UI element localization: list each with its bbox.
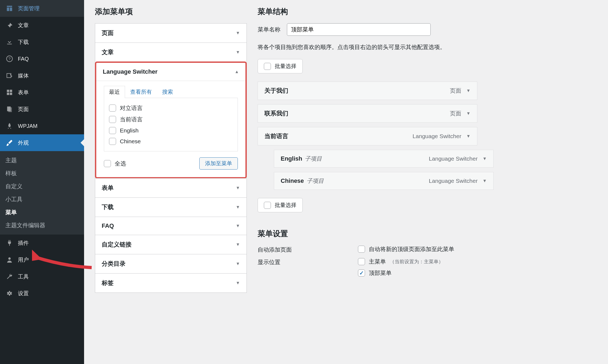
brush-icon — [5, 139, 14, 147]
panel-header-6[interactable]: 自定义链接▼ — [95, 235, 247, 254]
lang-item-checkbox[interactable] — [109, 116, 116, 123]
location-checkbox-0[interactable] — [358, 258, 365, 265]
menu-item-1[interactable]: 联系我们页面▼ — [258, 104, 477, 123]
page-icon — [5, 105, 14, 113]
svg-point-6 — [10, 74, 11, 75]
sidebar-item-6[interactable]: 页面 — [0, 101, 84, 118]
location-checkbox-1[interactable] — [358, 269, 365, 277]
sidebar-item-2[interactable]: 下载 — [0, 34, 84, 50]
sidebar-sub-菜单[interactable]: 菜单 — [0, 206, 84, 219]
svg-text:?: ? — [8, 56, 11, 61]
menu-item-0[interactable]: 关于我们页面▼ — [258, 82, 477, 100]
sidebar-item-9[interactable]: 插件 — [0, 235, 84, 251]
sidebar-sub-自定义[interactable]: 自定义 — [0, 180, 84, 193]
chevron-down-icon: ▼ — [236, 261, 240, 266]
sidebar-submenu: 主题样板自定义小工具菜单主题文件编辑器 — [0, 151, 84, 235]
admin-sidebar: 页面管理文章下载?FAQ媒体表单页面WPJAM外观主题样板自定义小工具菜单主题文… — [0, 0, 84, 364]
chevron-down-icon: ▼ — [236, 31, 240, 35]
add-to-menu-button[interactable]: 添加至菜单 — [199, 157, 238, 170]
menu-name-input[interactable] — [287, 23, 431, 36]
layout-icon — [5, 4, 14, 12]
tab-查看所有[interactable]: 查看所有 — [125, 86, 157, 98]
chevron-down-icon[interactable]: ▼ — [482, 178, 487, 183]
sidebar-item-8[interactable]: 外观 — [0, 134, 84, 151]
bulk-select-checkbox-top[interactable] — [264, 63, 271, 70]
chevron-down-icon[interactable]: ▼ — [466, 88, 471, 93]
chevron-down-icon[interactable]: ▼ — [466, 134, 471, 139]
sidebar-item-5[interactable]: 表单 — [0, 84, 84, 101]
svg-rect-9 — [10, 90, 12, 92]
grid-icon — [5, 88, 14, 96]
bulk-select-top[interactable]: 批量选择 — [258, 59, 303, 73]
user-icon — [5, 256, 14, 264]
panel-header-language-switcher[interactable]: Language Switcher▲ — [96, 63, 245, 81]
download-icon — [5, 38, 14, 46]
sidebar-item-0[interactable]: 页面管理 — [0, 0, 84, 17]
chevron-down-icon: ▼ — [236, 186, 240, 190]
lang-item[interactable]: 当前语言 — [109, 114, 233, 125]
lang-tabs: 最近查看所有搜索 — [104, 86, 238, 98]
chevron-down-icon[interactable]: ▼ — [482, 156, 487, 161]
tab-搜索[interactable]: 搜索 — [157, 86, 178, 98]
auto-add-label: 自动添加页面 — [258, 245, 358, 253]
panel-header-3[interactable]: 表单▼ — [95, 178, 247, 197]
lang-item[interactable]: 对立语言 — [109, 102, 233, 114]
svg-point-14 — [8, 257, 11, 260]
lang-item-checkbox[interactable] — [109, 105, 116, 112]
chevron-down-icon: ▼ — [236, 223, 240, 228]
menu-item-3[interactable]: English子项目Language Switcher▼ — [274, 150, 494, 168]
menu-items-list: 关于我们页面▼联系我们页面▼当前语言Language Switcher▼Engl… — [258, 82, 608, 190]
panel-header-1[interactable]: 文章▼ — [95, 43, 247, 62]
add-menu-items-heading: 添加菜单项 — [95, 6, 247, 17]
panel-header-5[interactable]: FAQ▼ — [95, 217, 247, 235]
svg-rect-10 — [7, 93, 9, 95]
panel-header-0[interactable]: 页面▼ — [95, 24, 247, 43]
menu-item-4[interactable]: Chinese子项目Language Switcher▼ — [274, 172, 494, 190]
sidebar-item-3[interactable]: ?FAQ — [0, 50, 84, 67]
lang-items-list: 对立语言当前语言EnglishChinese — [104, 98, 238, 151]
sidebar-item-10[interactable]: 用户 — [0, 251, 84, 268]
panel-header-8[interactable]: 标签▼ — [95, 273, 247, 292]
sidebar-sub-小工具[interactable]: 小工具 — [0, 193, 84, 206]
sidebar-item-4[interactable]: 媒体 — [0, 67, 84, 84]
svg-rect-13 — [8, 108, 12, 112]
main-content: 添加菜单项 页面▼文章▼Language Switcher▲最近查看所有搜索对立… — [84, 0, 608, 364]
chevron-down-icon[interactable]: ▼ — [466, 111, 471, 116]
auto-add-checkbox[interactable] — [358, 246, 365, 253]
bulk-select-checkbox-bottom[interactable] — [264, 202, 271, 209]
sidebar-item-12[interactable]: 设置 — [0, 285, 84, 302]
panel-header-7[interactable]: 分类目录▼ — [95, 254, 247, 273]
location-option-0[interactable]: 主菜单（当前设置为：主菜单） — [358, 258, 443, 265]
sidebar-item-1[interactable]: 文章 — [0, 17, 84, 34]
bulk-select-bottom[interactable]: 批量选择 — [258, 198, 303, 212]
lang-item[interactable]: English — [109, 125, 233, 136]
sidebar-item-7[interactable]: WPJAM — [0, 118, 84, 134]
tab-最近[interactable]: 最近 — [104, 86, 125, 98]
help-icon: ? — [5, 55, 14, 63]
rocket-icon — [5, 122, 14, 130]
settings-icon — [5, 289, 14, 297]
svg-point-7 — [11, 76, 12, 77]
lang-item-checkbox[interactable] — [109, 138, 116, 145]
help-text: 将各个项目拖到您喜欢的顺序。点击项目右边的箭头可显示其他配置选项。 — [258, 43, 608, 51]
panel-header-4[interactable]: 下载▼ — [95, 197, 247, 217]
chevron-down-icon: ▼ — [236, 205, 240, 210]
svg-rect-8 — [7, 90, 9, 92]
menu-item-2[interactable]: 当前语言Language Switcher▼ — [258, 127, 477, 145]
lang-item-checkbox[interactable] — [109, 127, 116, 134]
select-all-checkbox[interactable] — [104, 160, 111, 167]
menu-settings-heading: 菜单设置 — [258, 229, 608, 239]
chevron-up-icon: ▲ — [235, 69, 239, 74]
location-option-1[interactable]: 顶部菜单 — [358, 269, 443, 277]
sidebar-item-11[interactable]: 工具 — [0, 268, 84, 285]
select-all-row[interactable]: 全选 — [104, 158, 126, 169]
svg-rect-1 — [7, 8, 9, 11]
sidebar-sub-样板[interactable]: 样板 — [0, 167, 84, 180]
chevron-down-icon: ▼ — [236, 242, 240, 247]
sidebar-sub-主题[interactable]: 主题 — [0, 154, 84, 167]
chevron-down-icon: ▼ — [236, 281, 240, 285]
lang-item[interactable]: Chinese — [109, 136, 233, 147]
sidebar-sub-主题文件编辑器[interactable]: 主题文件编辑器 — [0, 219, 84, 232]
chevron-down-icon: ▼ — [236, 50, 240, 55]
display-location-label: 显示位置 — [258, 258, 358, 266]
